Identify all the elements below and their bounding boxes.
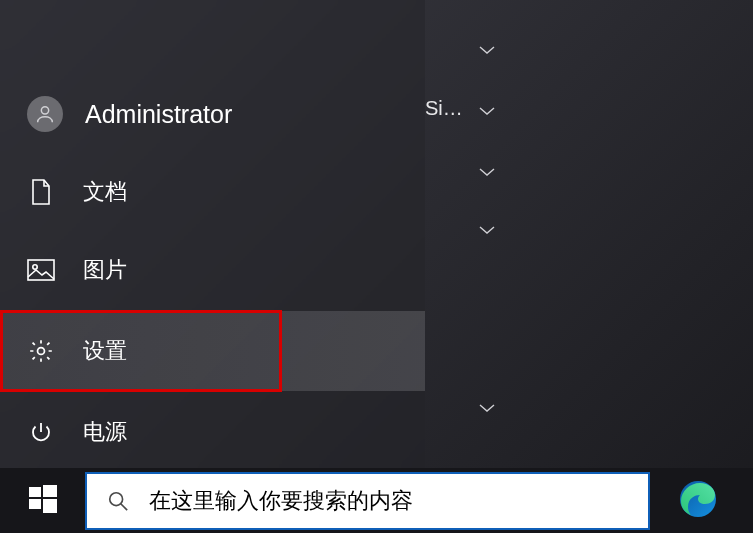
- windows-logo-icon: [29, 485, 57, 517]
- chevron-down-icon[interactable]: [478, 42, 496, 60]
- pictures-label: 图片: [83, 255, 127, 285]
- chevron-down-icon[interactable]: [478, 164, 496, 182]
- document-icon: [27, 178, 55, 206]
- svg-point-2: [33, 265, 37, 269]
- svg-point-0: [41, 107, 48, 114]
- user-account-item[interactable]: Administrator: [0, 88, 425, 140]
- edge-icon: [678, 479, 718, 523]
- svg-rect-6: [29, 499, 41, 509]
- edge-browser-button[interactable]: [662, 468, 734, 533]
- settings-item[interactable]: 设置: [0, 311, 425, 391]
- pictures-item[interactable]: 图片: [0, 244, 425, 296]
- search-placeholder-text: 在这里输入你要搜索的内容: [149, 486, 413, 516]
- chevron-down-icon[interactable]: [478, 103, 496, 121]
- svg-point-3: [38, 348, 45, 355]
- svg-rect-5: [43, 485, 57, 497]
- svg-rect-1: [28, 260, 54, 280]
- gear-icon: [27, 337, 55, 365]
- chevron-down-icon[interactable]: [478, 400, 496, 418]
- taskbar-search-box[interactable]: 在这里输入你要搜索的内容: [85, 472, 650, 530]
- user-name-label: Administrator: [85, 100, 232, 129]
- power-label: 电源: [83, 417, 127, 447]
- svg-rect-7: [43, 499, 57, 513]
- power-icon: [27, 418, 55, 446]
- start-menu-list: Administrator 文档 图片: [0, 88, 425, 296]
- documents-item[interactable]: 文档: [0, 166, 425, 218]
- chevron-down-icon[interactable]: [478, 222, 496, 240]
- avatar-icon: [27, 96, 63, 132]
- settings-label: 设置: [83, 336, 127, 366]
- svg-line-9: [121, 503, 127, 509]
- truncated-tile-label: Si…: [425, 97, 463, 120]
- power-item[interactable]: 电源: [0, 406, 425, 458]
- svg-rect-4: [29, 487, 41, 497]
- documents-label: 文档: [83, 177, 127, 207]
- pictures-icon: [27, 256, 55, 284]
- search-icon: [105, 488, 131, 514]
- start-menu-panel: Administrator 文档 图片: [0, 0, 425, 468]
- svg-point-8: [110, 492, 123, 505]
- start-button[interactable]: [0, 468, 85, 533]
- taskbar: 在这里输入你要搜索的内容: [0, 468, 753, 533]
- start-tiles-area: Si…: [425, 0, 515, 468]
